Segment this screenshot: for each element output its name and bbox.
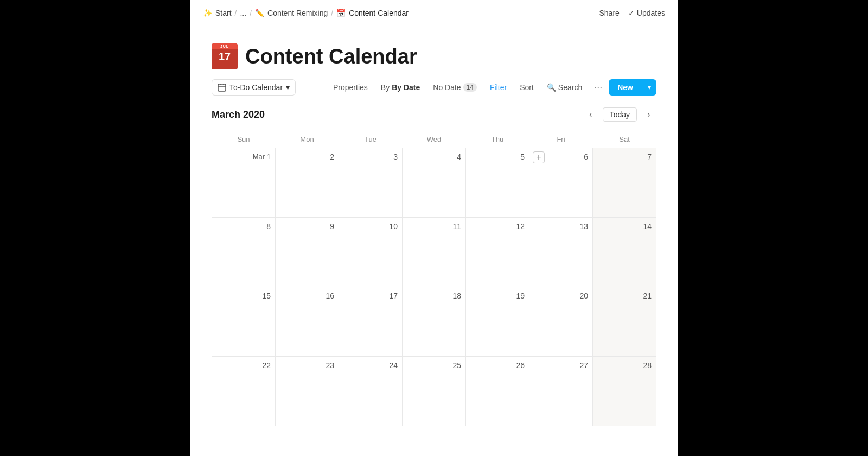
- day-cell-3-3[interactable]: 25: [403, 357, 466, 426]
- by-date-button[interactable]: By By Date: [375, 80, 425, 95]
- properties-button[interactable]: Properties: [328, 80, 373, 95]
- calendar-nav-right: ‹ Today ›: [583, 107, 656, 122]
- calendar-week-1: 891011121314: [212, 218, 656, 287]
- breadcrumb-sep-3: /: [331, 9, 333, 17]
- day-cell-3-2[interactable]: 24: [339, 357, 403, 426]
- day-cell-0-0[interactable]: Mar 1: [212, 148, 276, 218]
- properties-label: Properties: [333, 83, 368, 92]
- calendar-week-0: Mar 12345+67: [212, 148, 656, 218]
- breadcrumb-start[interactable]: Start: [215, 9, 232, 17]
- search-button[interactable]: 🔍 Search: [541, 80, 588, 95]
- day-cell-2-1[interactable]: 16: [276, 287, 339, 357]
- date-label: By Date: [392, 83, 420, 92]
- breadcrumb-remixing-icon: ✏️: [255, 9, 264, 17]
- page-icon-month: JUL: [212, 43, 238, 49]
- day-number: 24: [343, 361, 398, 370]
- day-cell-1-5[interactable]: 13: [529, 218, 593, 287]
- toolbar: To-Do Calendar ▾ Properties By By Date N…: [190, 78, 678, 103]
- day-cell-3-5[interactable]: 27: [529, 357, 593, 426]
- day-number: 21: [597, 292, 652, 300]
- new-button[interactable]: New: [609, 79, 642, 96]
- no-date-button[interactable]: No Date 14: [427, 80, 482, 95]
- more-button[interactable]: ···: [590, 78, 607, 96]
- sort-label: Sort: [520, 83, 534, 92]
- day-number: 27: [534, 361, 588, 370]
- share-button[interactable]: Share: [599, 9, 619, 17]
- today-button[interactable]: Today: [603, 107, 637, 122]
- day-cell-2-5[interactable]: 20: [529, 287, 593, 357]
- breadcrumb-sep-2: /: [250, 9, 252, 17]
- breadcrumb-content-remixing[interactable]: Content Remixing: [267, 9, 328, 17]
- day-number: 11: [407, 222, 461, 231]
- day-number: 14: [597, 222, 652, 231]
- new-dropdown-button[interactable]: ▾: [642, 79, 656, 96]
- header-sat: Sat: [593, 131, 656, 148]
- day-number: 3: [343, 153, 398, 161]
- day-cell-2-0[interactable]: 15: [212, 287, 276, 357]
- day-cell-0-3[interactable]: 4: [403, 148, 466, 218]
- day-number: 8: [216, 222, 271, 231]
- day-cell-3-0[interactable]: 22: [212, 357, 276, 426]
- breadcrumb: ✨ Start / ... / ✏️ Content Remixing / 📅 …: [203, 9, 409, 17]
- day-cell-1-4[interactable]: 12: [466, 218, 529, 287]
- breadcrumb-start-icon: ✨: [203, 9, 212, 17]
- header-tue: Tue: [339, 131, 403, 148]
- next-month-button[interactable]: ›: [641, 107, 656, 122]
- day-cell-3-6[interactable]: 28: [593, 357, 656, 426]
- day-cell-1-1[interactable]: 9: [276, 218, 339, 287]
- filter-label: Filter: [490, 83, 507, 92]
- day-number: 23: [280, 361, 334, 370]
- calendar-icon: [218, 83, 226, 92]
- day-cell-3-4[interactable]: 26: [466, 357, 529, 426]
- day-number: 25: [407, 361, 461, 370]
- day-number: 22: [216, 361, 271, 370]
- day-cell-2-4[interactable]: 19: [466, 287, 529, 357]
- day-cell-0-1[interactable]: 2: [276, 148, 339, 218]
- updates-label: Updates: [637, 9, 665, 17]
- no-date-count: 14: [463, 83, 477, 92]
- page-icon-day: 17: [219, 49, 231, 62]
- day-cell-3-1[interactable]: 23: [276, 357, 339, 426]
- day-cell-0-2[interactable]: 3: [339, 148, 403, 218]
- add-event-button[interactable]: +: [533, 151, 545, 163]
- breadcrumb-content-calendar[interactable]: Content Calendar: [349, 9, 409, 17]
- prev-month-button[interactable]: ‹: [583, 107, 598, 122]
- day-cell-1-2[interactable]: 10: [339, 218, 403, 287]
- day-cell-2-6[interactable]: 21: [593, 287, 656, 357]
- header-thu: Thu: [466, 131, 529, 148]
- page-icon: JUL 17: [212, 43, 238, 69]
- day-cell-0-4[interactable]: 5: [466, 148, 529, 218]
- header-mon: Mon: [276, 131, 339, 148]
- breadcrumb-ellipsis[interactable]: ...: [240, 9, 246, 17]
- day-cell-1-3[interactable]: 11: [403, 218, 466, 287]
- view-chevron-icon: ▾: [286, 83, 290, 92]
- check-icon: ✓: [628, 9, 635, 17]
- filter-button[interactable]: Filter: [484, 80, 512, 95]
- header-fri: Fri: [529, 131, 593, 148]
- search-icon: 🔍: [547, 83, 556, 92]
- day-number: 28: [597, 361, 652, 370]
- calendar-month-label: March 2020: [212, 109, 265, 121]
- day-number: 26: [470, 361, 525, 370]
- view-selector[interactable]: To-Do Calendar ▾: [212, 79, 296, 96]
- calendar-week-3: 22232425262728: [212, 357, 656, 426]
- day-number: 17: [343, 292, 398, 300]
- day-cell-0-5[interactable]: +6: [529, 148, 593, 218]
- updates-button[interactable]: ✓ Updates: [628, 9, 665, 17]
- day-number: 7: [597, 153, 652, 161]
- svg-rect-0: [218, 84, 226, 91]
- calendar-week-2: 15161718192021: [212, 287, 656, 357]
- day-number: 19: [470, 292, 525, 300]
- by-date-label: By: [381, 83, 390, 92]
- calendar-nav: March 2020 ‹ Today ›: [212, 103, 656, 131]
- calendar-container: March 2020 ‹ Today › Sun Mon Tue Wed Thu…: [190, 103, 678, 426]
- sort-button[interactable]: Sort: [514, 80, 539, 95]
- day-cell-2-2[interactable]: 17: [339, 287, 403, 357]
- header-sun: Sun: [212, 131, 276, 148]
- header-wed: Wed: [403, 131, 466, 148]
- day-cell-0-6[interactable]: 7: [593, 148, 656, 218]
- new-button-group: New ▾: [609, 79, 656, 96]
- day-cell-1-0[interactable]: 8: [212, 218, 276, 287]
- day-cell-2-3[interactable]: 18: [403, 287, 466, 357]
- day-cell-1-6[interactable]: 14: [593, 218, 656, 287]
